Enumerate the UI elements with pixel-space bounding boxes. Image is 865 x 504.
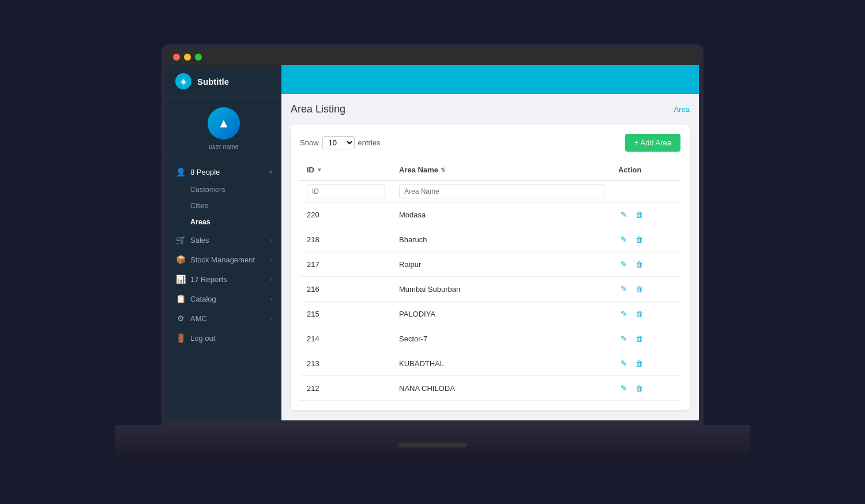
chevron-right-icon: › xyxy=(270,276,272,283)
filter-area-name[interactable] xyxy=(399,185,604,198)
cell-id: 213 xyxy=(300,351,392,376)
cell-id: 220 xyxy=(300,202,392,227)
cell-id: 218 xyxy=(300,227,392,252)
sales-icon: 🛒 xyxy=(175,235,186,245)
table-row: 214Sector-7✎🗑 xyxy=(300,326,680,351)
cell-action: ✎🗑 xyxy=(611,252,680,277)
edit-icon[interactable]: ✎ xyxy=(618,382,630,394)
edit-icon[interactable]: ✎ xyxy=(618,258,630,270)
cell-action: ✎🗑 xyxy=(611,376,680,401)
table-row: 212NANA CHILODA✎🗑 xyxy=(300,376,680,401)
chevron-right-icon: › xyxy=(270,296,272,302)
cell-action: ✎🗑 xyxy=(611,302,680,326)
cell-area-name: PALODIYA xyxy=(392,302,611,326)
content-area: Area Listing Area Show 10 25 50 xyxy=(281,94,699,420)
main-content: Area Listing Area Show 10 25 50 xyxy=(281,65,699,420)
delete-icon[interactable]: 🗑 xyxy=(633,283,645,295)
sidebar-item-areas[interactable]: Areas xyxy=(166,214,281,230)
app-container: ◈ Subtitle ▲ user name 👤 8 People ▾ Cus xyxy=(166,65,699,420)
table-row: 213KUBADTHAL✎🗑 xyxy=(300,351,680,376)
edit-icon[interactable]: ✎ xyxy=(618,308,630,319)
close-button[interactable] xyxy=(173,54,180,61)
delete-icon[interactable]: 🗑 xyxy=(633,358,645,369)
avatar-name: user name xyxy=(209,143,239,150)
table-row: 220Modasa✎🗑 xyxy=(300,202,680,227)
th-id[interactable]: ID ▼ xyxy=(300,160,392,180)
sidebar-avatar: ▲ user name xyxy=(166,98,281,157)
sidebar-item-people[interactable]: 👤 8 People ▾ xyxy=(166,162,281,182)
edit-icon[interactable]: ✎ xyxy=(618,333,630,344)
cell-action: ✎🗑 xyxy=(611,351,680,376)
cell-action: ✎🗑 xyxy=(611,227,680,252)
chevron-down-icon: ▾ xyxy=(269,169,272,175)
th-area-name[interactable]: Area Name ⇅ xyxy=(392,160,611,180)
sidebar-nav: 👤 8 People ▾ Customers Cities Areas xyxy=(166,157,281,420)
table-row: 218Bharuch✎🗑 xyxy=(300,227,680,252)
delete-icon[interactable]: 🗑 xyxy=(633,382,645,394)
cell-id: 215 xyxy=(300,302,392,326)
sidebar-item-catalog[interactable]: 📋 Catalog › xyxy=(166,289,281,309)
cell-area-name: Mumbai Suburban xyxy=(392,277,611,302)
cell-id: 214 xyxy=(300,326,392,351)
catalog-icon: 📋 xyxy=(175,294,186,303)
sidebar-item-cities[interactable]: Cities xyxy=(166,198,281,214)
table-header-row: ID ▼ Area Name ⇅ xyxy=(300,160,680,180)
cell-area-name: Modasa xyxy=(392,202,611,227)
laptop-screen: ◈ Subtitle ▲ user name 👤 8 People ▾ Cus xyxy=(161,44,704,425)
delete-icon[interactable]: 🗑 xyxy=(633,209,645,220)
top-bar xyxy=(281,65,699,94)
sidebar-item-customers[interactable]: Customers xyxy=(166,182,281,198)
sidebar-item-reports[interactable]: 📊 17 Reports › xyxy=(166,269,281,289)
sidebar: ◈ Subtitle ▲ user name 👤 8 People ▾ Cus xyxy=(166,65,281,420)
delete-icon[interactable]: 🗑 xyxy=(633,234,645,245)
sidebar-item-logout[interactable]: 🚪 Log out xyxy=(166,328,281,348)
maximize-button[interactable] xyxy=(195,54,202,61)
cell-action: ✎🗑 xyxy=(611,277,680,302)
filter-row xyxy=(300,180,680,202)
show-entries: Show 10 25 50 100 entries xyxy=(300,136,381,149)
reports-icon: 📊 xyxy=(175,274,186,284)
logout-icon: 🚪 xyxy=(175,333,186,343)
cell-area-name: KUBADTHAL xyxy=(392,351,611,376)
table-toolbar: Show 10 25 50 100 entries + Add Area xyxy=(300,134,680,152)
breadcrumb[interactable]: Area xyxy=(674,105,690,114)
sidebar-logo: ◈ Subtitle xyxy=(166,65,281,98)
sort-arrow-id: ▼ xyxy=(317,167,322,173)
sidebar-item-stock[interactable]: 📦 Stock Management › xyxy=(166,250,281,269)
edit-icon[interactable]: ✎ xyxy=(618,234,630,245)
cell-area-name: Sector-7 xyxy=(392,326,611,351)
edit-icon[interactable]: ✎ xyxy=(618,283,630,295)
stock-icon: 📦 xyxy=(175,255,186,264)
page-header: Area Listing Area xyxy=(291,103,690,115)
chevron-right-icon: › xyxy=(270,257,272,263)
entries-select[interactable]: 10 25 50 100 xyxy=(322,136,355,149)
edit-icon[interactable]: ✎ xyxy=(618,358,630,369)
delete-icon[interactable]: 🗑 xyxy=(633,333,645,344)
chevron-right-icon: › xyxy=(270,237,272,243)
cell-id: 212 xyxy=(300,376,392,401)
sidebar-item-sales[interactable]: 🛒 Sales › xyxy=(166,230,281,250)
delete-icon[interactable]: 🗑 xyxy=(633,308,645,319)
cell-action: ✎🗑 xyxy=(611,326,680,351)
cell-area-name: NANA CHILODA xyxy=(392,376,611,401)
table-row: 215PALODIYA✎🗑 xyxy=(300,302,680,326)
sidebar-item-amc[interactable]: ⚙ AMC › xyxy=(166,309,281,328)
edit-icon[interactable]: ✎ xyxy=(618,209,630,220)
cell-id: 217 xyxy=(300,252,392,277)
cell-action: ✎🗑 xyxy=(611,202,680,227)
table-row: 216Mumbai Suburban✎🗑 xyxy=(300,277,680,302)
page-title: Area Listing xyxy=(291,103,345,115)
table-card: Show 10 25 50 100 entries + Add Area xyxy=(291,125,690,410)
add-area-button[interactable]: + Add Area xyxy=(625,134,680,152)
cell-id: 216 xyxy=(300,277,392,302)
th-action: Action xyxy=(611,160,680,180)
sort-arrow-area: ⇅ xyxy=(441,167,445,173)
minimize-button[interactable] xyxy=(184,54,191,61)
areas-table: ID ▼ Area Name ⇅ xyxy=(300,160,680,401)
people-icon: 👤 xyxy=(175,167,186,176)
delete-icon[interactable]: 🗑 xyxy=(633,258,645,270)
chevron-right-icon: › xyxy=(270,315,272,322)
cell-area-name: Bharuch xyxy=(392,227,611,252)
table-row: 217Raipur✎🗑 xyxy=(300,252,680,277)
filter-id[interactable] xyxy=(307,185,385,198)
